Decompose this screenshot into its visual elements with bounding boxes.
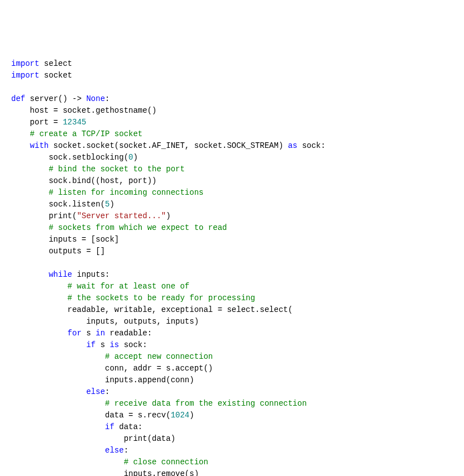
code-line: sock.setblocking(0) [11, 153, 138, 162]
code-line: # sockets from which we expect to read [11, 223, 227, 232]
code-line: inputs = [sock] [11, 235, 119, 244]
keyword: as [288, 141, 298, 150]
code-line: import select [11, 59, 72, 68]
text: : [105, 94, 109, 103]
text: select [39, 59, 72, 68]
comment: # receive data from the existing connect… [11, 399, 307, 408]
code-line: conn, addr = s.accept() [11, 364, 213, 373]
text [11, 387, 86, 396]
text [11, 340, 86, 349]
text: sock.listen( [11, 200, 105, 209]
keyword: if [86, 340, 95, 349]
code-line: # wait for at least one of [11, 282, 189, 291]
text [11, 270, 49, 279]
comment: # bind the socket to the port [11, 165, 185, 174]
text [11, 141, 30, 150]
keyword: import [11, 59, 39, 68]
code-block: import select import socket def server()… [11, 58, 453, 476]
text: print( [11, 211, 77, 220]
text [11, 446, 105, 455]
text: sock: [119, 340, 147, 349]
text: server() -> [25, 94, 86, 103]
keyword: else [86, 387, 105, 396]
code-line: # accept new connection [11, 352, 213, 361]
text: s [95, 340, 109, 349]
code-line: if s is sock: [11, 340, 147, 349]
text: s [82, 329, 95, 338]
keyword: is [109, 340, 119, 349]
code-line: else: [11, 387, 109, 396]
keyword: else [105, 446, 124, 455]
code-line: inputs.remove(s) [11, 469, 199, 476]
code-line: import socket [11, 71, 72, 80]
keyword: while [49, 270, 72, 279]
comment: # close connection [11, 458, 208, 467]
number: 1024 [171, 411, 190, 420]
text: data: [114, 422, 142, 431]
comment: # the sockets to be ready for processing [11, 294, 255, 302]
text: ) [189, 411, 194, 420]
code-line: port = 12345 [11, 118, 86, 127]
code-line: if data: [11, 422, 142, 431]
code-line: else: [11, 446, 128, 455]
text: ) [166, 211, 170, 220]
code-line: # receive data from the existing connect… [11, 399, 307, 408]
code-line: print("Server started...") [11, 211, 171, 220]
text: sock.setblocking( [11, 153, 128, 162]
keyword: def [11, 94, 25, 103]
code-line: inputs, outputs, inputs) [11, 317, 199, 326]
code-line: # create a TCP/IP socket [11, 129, 142, 138]
code-line: # close connection [11, 458, 208, 467]
code-line: for s in readable: [11, 329, 152, 338]
comment: # sockets from which we expect to read [11, 223, 227, 232]
type: None [86, 94, 105, 103]
keyword: in [95, 329, 105, 338]
text: socket [39, 71, 72, 80]
keyword: import [11, 71, 39, 80]
code-line: while inputs: [11, 270, 109, 279]
keyword: for [68, 329, 82, 338]
text [11, 329, 68, 338]
keyword: with [30, 141, 49, 150]
text [11, 422, 105, 431]
string: "Server started..." [77, 211, 166, 220]
code-line: readable, writable, exceptional = select… [11, 305, 293, 314]
text: inputs: [72, 270, 109, 279]
code-line: sock.bind((host, port)) [11, 176, 156, 185]
code-line: def server() -> None: [11, 94, 109, 103]
text: port = [11, 118, 63, 127]
code-line: sock.listen(5) [11, 200, 114, 209]
text: : [105, 387, 109, 396]
text: data = s.recv( [11, 411, 171, 420]
code-line: host = socket.gethostname() [11, 106, 156, 115]
code-line: print(data) [11, 434, 175, 443]
comment: # create a TCP/IP socket [11, 129, 142, 138]
comment: # wait for at least one of [11, 282, 189, 291]
code-line: data = s.recv(1024) [11, 411, 194, 420]
code-line: # the sockets to be ready for processing [11, 294, 255, 302]
text: ) [133, 153, 137, 162]
code-line: # bind the socket to the port [11, 165, 185, 174]
text: ) [109, 200, 114, 209]
comment: # listen for incoming connections [11, 188, 203, 197]
keyword: if [105, 422, 114, 431]
text: sock: [298, 141, 326, 150]
code-line: # listen for incoming connections [11, 188, 203, 197]
code-line: inputs.append(conn) [11, 376, 194, 384]
code-line: outputs = [] [11, 247, 105, 256]
number: 12345 [63, 118, 86, 127]
code-line: with socket.socket(socket.AF_INET, socke… [11, 141, 326, 150]
text: readable: [105, 329, 152, 338]
text: socket.socket(socket.AF_INET, socket.SOC… [49, 141, 288, 150]
text: : [124, 446, 128, 455]
comment: # accept new connection [11, 352, 213, 361]
